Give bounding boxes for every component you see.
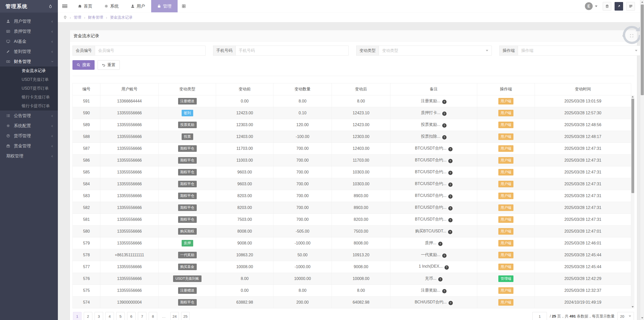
sidebar-item[interactable]: 质押管理: [0, 26, 58, 36]
navbar-tab[interactable]: 用户: [125, 0, 151, 12]
search-button[interactable]: 搜索: [72, 60, 95, 70]
cell-id: 581: [73, 214, 100, 226]
question-icon[interactable]: ?: [448, 171, 453, 175]
question-icon[interactable]: ?: [442, 123, 447, 128]
page-size-select[interactable]: 20: [617, 312, 634, 320]
question-icon[interactable]: ?: [448, 194, 453, 199]
total-pages: 25: [552, 314, 556, 318]
sidebar-item[interactable]: 银行卡提币订单: [0, 102, 58, 111]
location-pin-icon: [63, 16, 67, 19]
cell-remark: BTC/USDT合约...?: [390, 202, 477, 214]
sidebar-item[interactable]: 公告管理: [0, 111, 58, 121]
client-select[interactable]: 操作端: [518, 46, 641, 56]
sidebar-item[interactable]: 用户管理: [0, 16, 58, 26]
breadcrumb-item[interactable]: 财务管理: [81, 15, 103, 20]
question-icon[interactable]: ?: [448, 159, 453, 163]
apps-grid-icon[interactable]: [178, 0, 190, 12]
cell-account: 13355556666: [100, 119, 159, 131]
cell-client: 用户端: [477, 297, 535, 308]
navbar-tab[interactable]: 系统: [98, 0, 125, 12]
user-menu[interactable]: E: [585, 2, 597, 10]
page-button[interactable]: 7: [138, 312, 146, 320]
table-scrollbar[interactable]: [631, 95, 634, 308]
question-icon[interactable]: ?: [438, 242, 442, 246]
sidebar-item[interactable]: 银行卡充值订单: [0, 93, 58, 102]
change-type-badge: 期权平仓: [178, 157, 197, 164]
page-button[interactable]: 24: [170, 312, 179, 320]
question-icon[interactable]: ?: [442, 289, 447, 293]
change-type-select[interactable]: 变动类型: [379, 46, 492, 56]
scroll-down-icon[interactable]: [641, 317, 643, 319]
question-icon[interactable]: ?: [442, 112, 447, 116]
question-icon[interactable]: ?: [449, 301, 453, 305]
cell-before: 8008.00: [216, 226, 273, 237]
page-button[interactable]: 1: [73, 312, 82, 320]
page-button[interactable]: …: [159, 312, 168, 320]
page-button[interactable]: 3: [95, 312, 103, 320]
log-list-button[interactable]: [626, 2, 635, 11]
scroll-up-icon[interactable]: [641, 1, 643, 3]
change-type-badge: 签到: [182, 110, 193, 116]
member-id-input[interactable]: [95, 46, 206, 56]
scroll-up-icon[interactable]: [632, 96, 634, 97]
question-icon[interactable]: ?: [448, 147, 453, 151]
sidebar-item[interactable]: 财务管理: [0, 56, 58, 66]
trash-button[interactable]: [603, 2, 611, 11]
chevron-icon: [51, 114, 53, 118]
question-icon[interactable]: ?: [445, 265, 449, 270]
navbar-tab[interactable]: 管理: [151, 0, 178, 12]
page-button[interactable]: 2: [84, 312, 92, 320]
cell-account: 13355556666: [100, 237, 159, 249]
reset-button[interactable]: 重置: [98, 60, 120, 70]
cell-change-type: 购买基金: [159, 261, 216, 273]
sidebar-item[interactable]: 签到管理: [0, 46, 58, 56]
question-icon[interactable]: ?: [448, 206, 453, 210]
page-button[interactable]: 4: [105, 312, 114, 320]
breadcrumb-item[interactable]: 资金流水记录: [103, 15, 133, 20]
hamburger-menu-icon[interactable]: [62, 4, 67, 9]
sidebar-item[interactable]: USDT充值订单: [0, 75, 58, 84]
navbar-tab[interactable]: 首页: [72, 0, 98, 12]
page-button[interactable]: 25: [181, 312, 190, 320]
sidebar-item[interactable]: 资金流水记录: [0, 66, 58, 75]
sidebar-item[interactable]: 期权管理: [0, 151, 58, 161]
question-icon[interactable]: ?: [448, 230, 452, 234]
sidebar-item[interactable]: 赏金管理: [0, 141, 58, 151]
sidebar-item[interactable]: USDT提币订单: [0, 84, 58, 93]
cell-remark: 注册奖励...?: [390, 285, 477, 297]
question-icon[interactable]: ?: [448, 183, 453, 187]
sidebar-item[interactable]: 货币管理: [0, 131, 58, 141]
launch-button[interactable]: [615, 2, 623, 11]
page-jump-input[interactable]: [532, 312, 547, 320]
avatar[interactable]: E: [585, 2, 593, 10]
sidebar-item-label: USDT提币订单: [22, 86, 58, 91]
question-icon[interactable]: ?: [448, 218, 453, 222]
table-scrollbar-thumb[interactable]: [631, 99, 634, 193]
page-button[interactable]: 6: [127, 312, 136, 320]
sidebar-item-label: 期权管理: [6, 153, 51, 159]
cell-account: +8613511111111: [100, 249, 159, 261]
client-badge: 用户端: [498, 299, 513, 306]
page-scrollbar-thumb[interactable]: [641, 5, 644, 95]
page-button[interactable]: 8: [149, 312, 157, 320]
page-scrollbar[interactable]: [640, 0, 644, 320]
sidebar-item[interactable]: AI基金: [0, 36, 58, 46]
scroll-down-icon[interactable]: [632, 306, 634, 308]
cell-change-type: 期权平仓: [159, 190, 216, 202]
page-button[interactable]: 5: [116, 312, 125, 320]
cell-account: 13355556666: [100, 214, 159, 226]
phone-input[interactable]: [235, 46, 349, 56]
sidebar-item[interactable]: 系统配置: [0, 121, 58, 131]
cell-before: 63882.98: [216, 297, 273, 308]
cell-time: 2025/03/28 12:42:29: [535, 273, 631, 285]
cell-after: 12403.00: [332, 143, 390, 155]
question-icon[interactable]: ?: [442, 135, 447, 139]
undo-icon: [102, 63, 105, 67]
breadcrumb-item[interactable]: 管理: [67, 15, 81, 20]
question-icon[interactable]: ?: [442, 100, 447, 104]
cell-change-type: 期权平仓: [159, 214, 216, 226]
question-icon[interactable]: ?: [442, 254, 447, 258]
table-header-row: 编号 用户账号 变动类型 变动前 变动数量 变动后 备注 操作端 变动时间: [73, 83, 631, 95]
sidebar-item-icon: [6, 60, 11, 63]
question-icon[interactable]: ?: [438, 277, 442, 281]
